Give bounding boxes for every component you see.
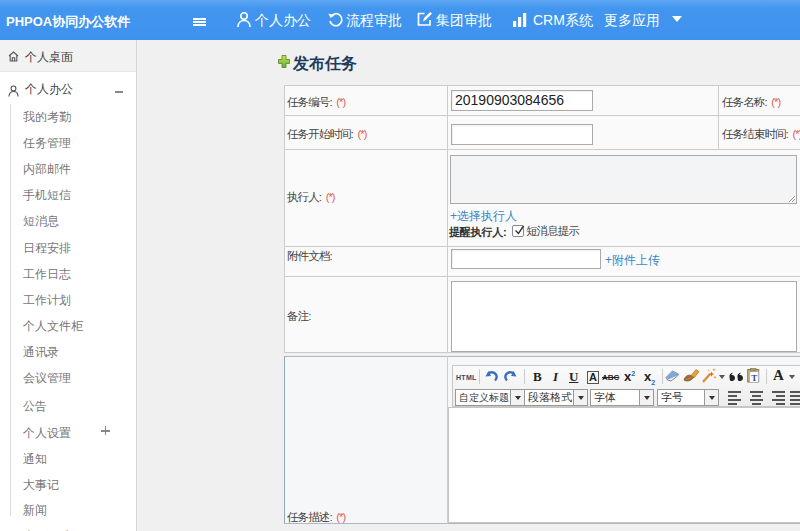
svg-text:T: T — [751, 373, 757, 383]
